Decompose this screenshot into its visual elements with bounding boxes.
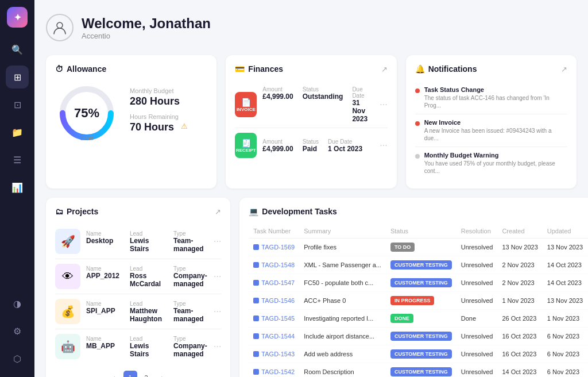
finance-due-col: Due Date 31 Nov 2023: [352, 86, 374, 123]
projects-title: 🗂 Projects: [55, 207, 98, 216]
task-row[interactable]: TAGD-1569 Profile fixes TO DO Unresolved…: [249, 238, 588, 256]
finance-row[interactable]: 📄 INVOICE Amount £4,999.00 Status Outsta…: [235, 82, 387, 128]
sidebar-item-list[interactable]: ☰: [6, 148, 29, 171]
project-more-btn[interactable]: ···: [214, 306, 221, 317]
main-content: Welcome, Jonathan Accentio ⏱ Allowance: [34, 0, 588, 377]
task-row[interactable]: TAGD-1542 Room Description CUSTOMER TEST…: [249, 363, 588, 378]
task-flag-icon: [253, 298, 259, 303]
task-number[interactable]: TAGD-1545: [249, 310, 299, 328]
task-resolution: Done: [457, 310, 498, 328]
task-number[interactable]: TAGD-1544: [249, 328, 299, 345]
welcome-title: Welcome, Jonathan: [82, 16, 211, 32]
next-page-btn[interactable]: ›: [156, 371, 169, 377]
task-number[interactable]: TAGD-1546: [249, 292, 299, 310]
task-flag-icon: [253, 280, 259, 286]
notification-item[interactable]: Task Status Change The status of task AC…: [415, 82, 567, 114]
task-number[interactable]: TAGD-1547: [249, 274, 299, 292]
project-more-btn[interactable]: ···: [214, 341, 221, 352]
project-more-btn[interactable]: ···: [214, 236, 221, 247]
task-row[interactable]: TAGD-1548 XML - Same Passenger a... CUST…: [249, 256, 588, 274]
header: Welcome, Jonathan Accentio: [46, 14, 577, 41]
notification-text: Monthly Budget Warning You have used 75%…: [424, 152, 567, 175]
tasks-column-header: Task Number: [249, 224, 299, 238]
sidebar-item-files[interactable]: 📁: [6, 121, 29, 144]
project-lead-col: Lead Matthew Haughton: [130, 301, 164, 323]
task-status: DONE: [386, 310, 457, 328]
task-updated: 13 Nov 2023: [543, 292, 587, 310]
project-name-col: Name APP_2012: [86, 266, 121, 288]
task-number[interactable]: TAGD-1548: [249, 256, 299, 274]
avatar: [46, 14, 74, 41]
projects-card: 🗂 Projects ↗ 🚀 Name Desktop Lead Lewis S…: [46, 198, 230, 377]
project-name-col: Name MB_APP: [86, 336, 121, 358]
app-logo[interactable]: ✦: [7, 7, 28, 28]
task-updated: 1 Nov 2023: [543, 310, 587, 328]
task-status: CUSTOMER TESTING: [386, 256, 457, 274]
company-name: Accentio: [82, 32, 211, 40]
task-created: 2 Nov 2023: [497, 274, 542, 292]
project-lead-col: Lead Lewis Stairs: [130, 230, 164, 253]
project-lead-col: Lead Ross McCardal: [130, 266, 164, 288]
notification-item[interactable]: Monthly Budget Warning You have used 75%…: [415, 147, 567, 179]
finance-status-col: Status Paid: [303, 139, 319, 153]
task-row[interactable]: TAGD-1543 Add web address CUSTOMER TESTI…: [249, 345, 588, 363]
hours-remaining-row: Hours Remaining 70 Hours ⚠: [130, 113, 188, 139]
finance-more-btn[interactable]: ···: [380, 140, 387, 151]
sidebar-item-theme[interactable]: ◑: [6, 292, 29, 315]
sidebar-item-misc[interactable]: ⬡: [6, 347, 29, 370]
projects-header: 🗂 Projects ↗: [55, 207, 221, 216]
notification-dot: [415, 121, 420, 126]
prev-page-btn[interactable]: ‹: [107, 371, 121, 377]
task-resolution: Unresolved: [457, 363, 498, 378]
task-number[interactable]: TAGD-1543: [249, 345, 299, 363]
notifications-header: 🔔 Notifications ↗: [415, 64, 567, 74]
list-icon: ☰: [13, 155, 21, 166]
task-summary: Profile fixes: [299, 238, 386, 256]
notifications-ext-link[interactable]: ↗: [561, 65, 567, 74]
task-row[interactable]: TAGD-1544 Include airport distance... CU…: [249, 328, 588, 345]
sidebar-item-search[interactable]: 🔍: [6, 38, 29, 61]
project-row[interactable]: 🚀 Name Desktop Lead Lewis Stairs Type Te…: [55, 224, 221, 259]
finance-more-btn[interactable]: ···: [380, 99, 387, 110]
project-row[interactable]: 👁 Name APP_2012 Lead Ross McCardal Type …: [55, 259, 221, 294]
task-number[interactable]: TAGD-1542: [249, 363, 299, 378]
task-row[interactable]: TAGD-1545 Investigating reported I... DO…: [249, 310, 588, 328]
allowance-card: ⏱ Allowance: [46, 55, 216, 188]
finances-ext-link[interactable]: ↗: [381, 65, 388, 74]
notification-rows: Task Status Change The status of task AC…: [415, 82, 567, 179]
sidebar-item-settings[interactable]: ⚙: [6, 320, 29, 343]
task-row[interactable]: TAGD-1547 FC50 - populate both c... CUST…: [249, 274, 588, 292]
project-lead-col: Lead Lewis Stairs: [130, 336, 164, 358]
notification-desc: The status of task ACC-146 has changed f…: [424, 94, 567, 109]
sidebar-item-dashboard[interactable]: ⊞: [6, 66, 29, 89]
task-summary: Investigating reported I...: [299, 310, 386, 328]
sidebar-item-analytics[interactable]: 📊: [6, 176, 29, 199]
page-1-btn[interactable]: 1: [123, 371, 137, 377]
finance-due-col: Due Date 1 Oct 2023: [328, 139, 362, 153]
sidebar-item-widgets[interactable]: ⊡: [6, 93, 29, 116]
projects-pagination: ‹ 1 2 ›: [55, 371, 221, 377]
project-type-col: Type Company-managed: [173, 336, 208, 358]
task-created: 26 Oct 2023: [497, 310, 542, 328]
task-row[interactable]: TAGD-1546 ACC+ Phase 0 IN PROGRESS Unres…: [249, 292, 588, 310]
task-updated: 6 Nov 2023: [543, 345, 587, 363]
finance-row[interactable]: 🧾 RECEIPT Amount £4,999.00 Status Paid D…: [235, 128, 387, 163]
tasks-header: 💻 Development Tasks ↗: [249, 207, 588, 216]
finances-card: 💳 Finances ↗ 📄 INVOICE Amount £4,999.00 …: [226, 55, 396, 188]
tasks-column-header: Summary: [299, 224, 386, 238]
task-number[interactable]: TAGD-1569: [249, 238, 299, 256]
widget-icon: ⊡: [14, 99, 21, 110]
finance-badge: 🧾 RECEIPT: [235, 133, 257, 158]
allowance-content: 75% 210H Monthly Budget 280 Hours Hours …: [55, 82, 207, 145]
hex-icon: ⬡: [13, 353, 21, 364]
project-name-col: Name Desktop: [86, 230, 121, 253]
tasks-column-header: Resolution: [457, 224, 498, 238]
notification-item[interactable]: New Invoice A new Invoice has been issue…: [415, 114, 567, 147]
project-more-btn[interactable]: ···: [214, 271, 221, 282]
page-2-btn[interactable]: 2: [140, 371, 153, 377]
project-row[interactable]: 💰 Name SPI_APP Lead Matthew Haughton Typ…: [55, 294, 221, 329]
projects-ext-link[interactable]: ↗: [215, 207, 221, 216]
bell-icon: 🔔: [415, 64, 425, 74]
finances-header: 💳 Finances ↗: [235, 64, 387, 74]
project-row[interactable]: 🤖 Name MB_APP Lead Lewis Stairs Type Com…: [55, 329, 221, 364]
